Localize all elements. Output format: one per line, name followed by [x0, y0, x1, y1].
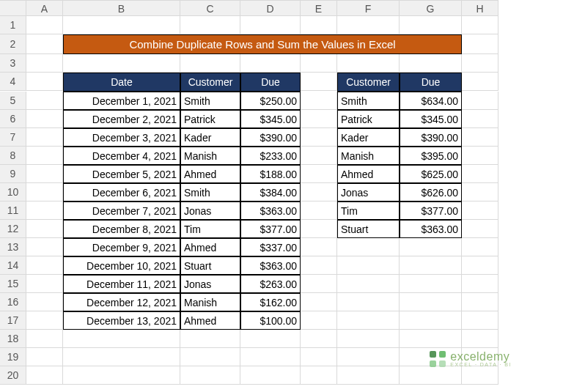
table2-customer[interactable]: Stuart	[337, 220, 400, 238]
cell[interactable]	[400, 54, 462, 73]
cell[interactable]	[337, 330, 400, 348]
cell[interactable]	[301, 311, 337, 330]
table1-due[interactable]: $100.00	[240, 311, 301, 330]
cell[interactable]	[301, 92, 337, 110]
cell[interactable]	[462, 92, 498, 110]
table2-customer[interactable]: Kader	[337, 128, 400, 147]
cell[interactable]	[400, 330, 462, 348]
table1-customer[interactable]: Jonas	[180, 201, 240, 220]
row-header-9[interactable]: 9	[0, 165, 26, 183]
cell[interactable]	[240, 54, 301, 73]
table1-due[interactable]: $384.00	[240, 183, 301, 201]
cell[interactable]	[337, 16, 400, 34]
table1-date[interactable]: December 7, 2021	[63, 201, 180, 220]
table2-customer[interactable]: Manish	[337, 147, 400, 165]
row-header-14[interactable]: 14	[0, 256, 26, 275]
table2-customer[interactable]: Tim	[337, 201, 400, 220]
table2-due[interactable]: $395.00	[400, 147, 462, 165]
cell[interactable]	[337, 348, 400, 366]
row-header-2[interactable]: 2	[0, 34, 26, 54]
table2-due[interactable]: $634.00	[400, 92, 462, 110]
row-header-19[interactable]: 19	[0, 348, 26, 366]
cell[interactable]	[26, 275, 63, 293]
cell[interactable]	[400, 256, 462, 275]
table1-date[interactable]: December 6, 2021	[63, 183, 180, 201]
cell[interactable]	[26, 238, 63, 256]
table1-date[interactable]: December 8, 2021	[63, 220, 180, 238]
cell[interactable]	[337, 366, 400, 385]
row-header-1[interactable]: 1	[0, 16, 26, 34]
cell[interactable]	[240, 348, 301, 366]
row-header-4[interactable]: 4	[0, 73, 26, 91]
column-header-A[interactable]: A	[26, 0, 63, 16]
table2-customer[interactable]: Patrick	[337, 110, 400, 128]
cell[interactable]	[63, 366, 180, 385]
table1-date[interactable]: December 13, 2021	[63, 311, 180, 330]
row-header-8[interactable]: 8	[0, 147, 26, 165]
cell[interactable]	[26, 256, 63, 275]
row-header-11[interactable]: 11	[0, 201, 26, 220]
cell[interactable]	[400, 16, 462, 34]
table1-due[interactable]: $337.00	[240, 238, 301, 256]
row-header-18[interactable]: 18	[0, 330, 26, 348]
cell[interactable]	[462, 54, 498, 73]
column-header-F[interactable]: F	[337, 0, 400, 16]
table2-due[interactable]: $626.00	[400, 183, 462, 201]
cell[interactable]	[462, 34, 498, 54]
cell[interactable]	[26, 366, 63, 385]
row-header-10[interactable]: 10	[0, 183, 26, 201]
cell[interactable]	[462, 73, 498, 91]
table1-date[interactable]: December 4, 2021	[63, 147, 180, 165]
cell[interactable]	[462, 128, 498, 147]
column-header-E[interactable]: E	[301, 0, 337, 16]
cell[interactable]	[63, 330, 180, 348]
cell[interactable]	[26, 311, 63, 330]
spreadsheet-grid[interactable]: ABCDEFGH12Combine Duplicate Rows and Sum…	[0, 0, 563, 385]
cell[interactable]	[462, 183, 498, 201]
cell[interactable]	[26, 34, 63, 54]
cell[interactable]	[337, 54, 400, 73]
cell[interactable]	[462, 238, 498, 256]
table1-customer[interactable]: Stuart	[180, 256, 240, 275]
cell[interactable]	[400, 238, 462, 256]
table1-due[interactable]: $263.00	[240, 275, 301, 293]
table1-due[interactable]: $363.00	[240, 256, 301, 275]
table1-customer[interactable]: Kader	[180, 128, 240, 147]
cell[interactable]	[63, 348, 180, 366]
cell[interactable]	[462, 165, 498, 183]
cell[interactable]	[26, 128, 63, 147]
cell[interactable]	[337, 238, 400, 256]
cell[interactable]	[301, 238, 337, 256]
table1-due[interactable]: $363.00	[240, 201, 301, 220]
table2-customer[interactable]: Smith	[337, 92, 400, 110]
table1-due[interactable]: $233.00	[240, 147, 301, 165]
table1-date[interactable]: December 5, 2021	[63, 165, 180, 183]
cell[interactable]	[26, 165, 63, 183]
row-header-16[interactable]: 16	[0, 293, 26, 311]
column-header-B[interactable]: B	[63, 0, 180, 16]
row-header-5[interactable]: 5	[0, 92, 26, 110]
cell[interactable]	[180, 366, 240, 385]
cell[interactable]	[26, 110, 63, 128]
cell[interactable]	[180, 54, 240, 73]
table2-due[interactable]: $377.00	[400, 201, 462, 220]
row-header-17[interactable]: 17	[0, 311, 26, 330]
row-header-15[interactable]: 15	[0, 275, 26, 293]
cell[interactable]	[462, 330, 498, 348]
column-header-H[interactable]: H	[462, 0, 498, 16]
cell[interactable]	[462, 220, 498, 238]
cell[interactable]	[26, 147, 63, 165]
table2-customer[interactable]: Ahmed	[337, 165, 400, 183]
table1-due[interactable]: $390.00	[240, 128, 301, 147]
cell[interactable]	[337, 275, 400, 293]
cell[interactable]	[240, 366, 301, 385]
cell[interactable]	[63, 16, 180, 34]
cell[interactable]	[301, 275, 337, 293]
table1-header-due[interactable]: Due	[240, 73, 301, 92]
cell[interactable]	[462, 256, 498, 275]
table2-header-due[interactable]: Due	[400, 73, 462, 92]
table1-customer[interactable]: Smith	[180, 183, 240, 201]
cell[interactable]	[301, 220, 337, 238]
cell[interactable]	[301, 16, 337, 34]
cell[interactable]	[301, 165, 337, 183]
